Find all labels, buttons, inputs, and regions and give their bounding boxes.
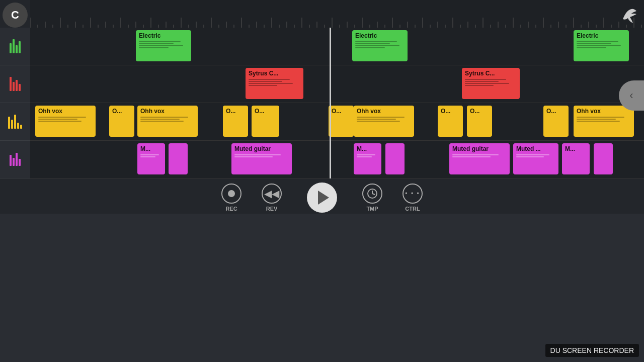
clip-muted-4[interactable]: M... <box>354 143 381 174</box>
track-icon-electric <box>0 28 30 65</box>
electric-bars <box>10 39 21 53</box>
clip-ohh-2[interactable]: O... <box>109 106 134 137</box>
clip-ohh-1[interactable]: Ohh vox <box>35 106 96 137</box>
clip-muted-8[interactable]: M... <box>562 143 590 174</box>
bottom-panel: Lock REC ◀◀ REV <box>0 181 644 362</box>
tmp-button[interactable]: TMP <box>362 184 382 212</box>
playhead-muted <box>330 141 331 178</box>
clip-muted-9[interactable] <box>594 143 613 174</box>
clip-ohh-11[interactable]: Ohh vox <box>574 106 634 137</box>
track-controls-panel <box>0 28 30 178</box>
clip-muted-1[interactable]: M... <box>137 143 165 174</box>
track-sytrus-content[interactable]: Sytrus C... Sytrus C... <box>30 65 644 103</box>
ctrl-icon: • • • <box>405 190 420 197</box>
watermark: DU SCREEN RECORDER <box>545 344 639 357</box>
clip-ohh-4[interactable]: O... <box>223 106 248 137</box>
track-muted-guitar: M... Muted guitar M... <box>0 141 644 178</box>
timeline-area: Electric Electric <box>0 0 644 181</box>
playhead-sytrus <box>330 65 331 103</box>
sytrus-bars <box>10 77 21 91</box>
clip-ohh-7[interactable]: Ohh vox <box>354 106 414 137</box>
clip-electric-1[interactable]: Electric <box>136 30 191 61</box>
clip-ohh-10[interactable]: O... <box>543 106 569 137</box>
clip-electric-2[interactable]: Electric <box>352 30 408 61</box>
svg-line-8 <box>372 194 375 195</box>
clip-muted-3[interactable]: Muted guitar <box>231 143 292 174</box>
track-electric: Electric Electric <box>0 28 644 65</box>
tmp-icon <box>367 188 378 199</box>
clip-sytrus-2[interactable]: Sytrus C... <box>462 68 520 99</box>
clip-muted-6[interactable]: Muted guitar <box>449 143 510 174</box>
rec-icon <box>228 190 235 197</box>
clip-muted-7[interactable]: Muted ... <box>513 143 558 174</box>
clip-muted-5[interactable] <box>385 143 405 174</box>
bird-icon <box>616 3 641 28</box>
rev-button[interactable]: ◀◀ REV <box>262 184 282 212</box>
playhead-electric <box>330 28 331 65</box>
rec-button[interactable]: REC <box>221 184 242 212</box>
clip-ohh-5[interactable]: O... <box>252 106 279 137</box>
clip-muted-2[interactable] <box>169 143 188 174</box>
track-icon-sytrus <box>0 65 30 103</box>
track-sytrus: Sytrus C... Sytrus C... <box>0 65 644 103</box>
track-muted-content[interactable]: M... Muted guitar M... <box>30 141 644 178</box>
play-button[interactable] <box>307 183 337 213</box>
clip-ohh-8[interactable]: O... <box>438 106 463 137</box>
clip-sytrus-1[interactable]: Sytrus C... <box>246 68 303 99</box>
track-ohh-content[interactable]: Ohh vox O... Ohh vox <box>30 103 644 140</box>
app-logo[interactable]: C <box>3 3 28 28</box>
clip-ohh-9[interactable]: O... <box>467 106 492 137</box>
muted-bars <box>10 153 21 166</box>
ohh-bars <box>8 115 22 129</box>
clip-electric-3[interactable]: Electric <box>574 30 629 61</box>
play-icon <box>318 191 329 205</box>
transport-bar: REC ◀◀ REV TMP • • • CTRL <box>0 181 644 214</box>
track-ohh-vox: Ohh vox O... Ohh vox <box>0 103 644 141</box>
ctrl-button[interactable]: • • • CTRL <box>403 184 423 212</box>
timeline-ruler[interactable] <box>30 0 644 28</box>
playhead-ohh <box>330 103 331 140</box>
track-electric-content[interactable]: Electric Electric <box>30 28 644 65</box>
tracks-container: Electric Electric <box>0 28 644 181</box>
track-icon-ohh <box>0 103 30 141</box>
track-icon-muted <box>0 141 30 178</box>
rev-icon: ◀◀ <box>264 188 279 200</box>
clip-ohh-3[interactable]: Ohh vox <box>137 106 198 137</box>
clip-ohh-6[interactable]: O... <box>329 106 354 137</box>
